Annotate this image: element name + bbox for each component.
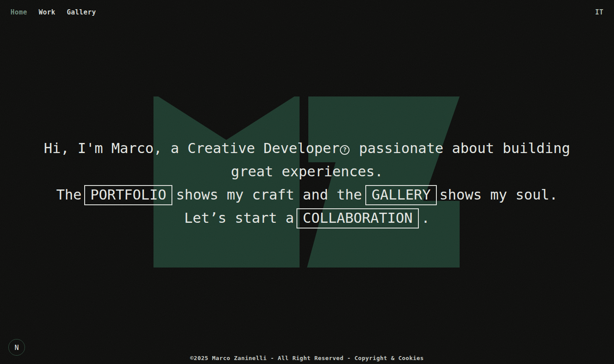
hero-text: The	[56, 186, 82, 203]
top-navigation: Home Work Gallery IT	[0, 0, 614, 25]
copyright-text: ©2025 Marco Zaninelli - All Right Reserv…	[190, 355, 355, 361]
hero-text: Hi, I'm Marco, a Creative Developer	[44, 140, 339, 157]
nav-links: Home Work Gallery	[11, 8, 96, 16]
hero-text: passionate about building	[359, 140, 570, 157]
n-logo-badge[interactable]: N	[8, 339, 25, 356]
copyright-cookies-link[interactable]: Copyright & Cookies	[354, 355, 424, 361]
hero-text: Let’s start a	[184, 210, 294, 226]
hero-line-3: ThePORTFOLIOshows my craft and theGALLER…	[0, 183, 614, 207]
gallery-link[interactable]: GALLERY	[365, 185, 437, 205]
hero-text: shows my craft and the	[176, 186, 362, 203]
hero-intro: Hi, I'm Marco, a Creative Developer? pas…	[0, 137, 614, 230]
hero-line-4: Let’s start aCOLLABORATION.	[0, 207, 614, 230]
hero-line-2: great experiences.	[0, 160, 614, 183]
language-switch-it[interactable]: IT	[595, 8, 603, 16]
hero-text: .	[421, 210, 430, 226]
footer: ©2025 Marco Zaninelli - All Right Reserv…	[0, 355, 614, 361]
nav-item-gallery[interactable]: Gallery	[67, 8, 96, 16]
nav-item-work[interactable]: Work	[39, 8, 55, 16]
n-logo-letter: N	[14, 343, 19, 352]
hero-line-1: Hi, I'm Marco, a Creative Developer? pas…	[0, 137, 614, 160]
nav-item-home[interactable]: Home	[11, 8, 27, 16]
portfolio-link[interactable]: PORTFOLIO	[84, 185, 172, 205]
question-circle-icon[interactable]: ?	[340, 145, 350, 155]
hero-text: great experiences.	[231, 163, 383, 180]
hero-text: shows my soul.	[439, 186, 558, 203]
collaboration-link[interactable]: COLLABORATION	[296, 208, 418, 228]
